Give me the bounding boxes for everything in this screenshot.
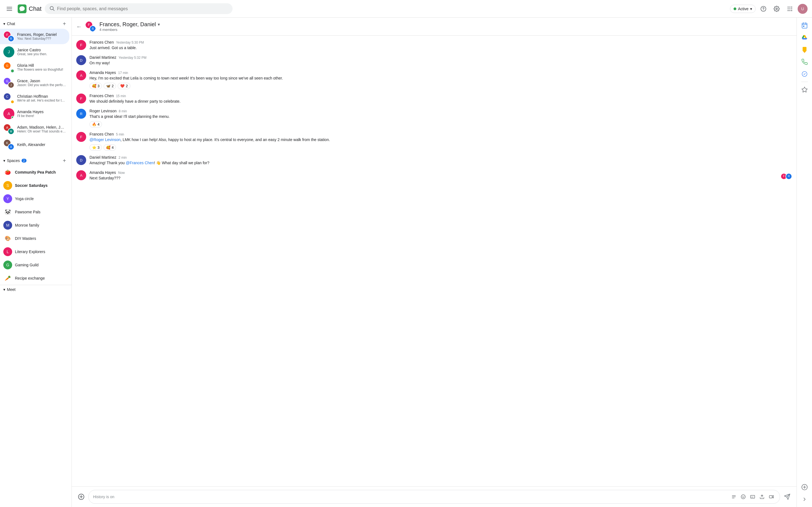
tasks-icon-btn[interactable]	[799, 68, 810, 79]
reaction-heart[interactable]: ❤️ 2	[118, 83, 130, 89]
app-title: Chat	[29, 5, 41, 12]
text-format-button[interactable]	[730, 493, 738, 501]
msg-sender: Frances Chen	[90, 132, 114, 136]
chat-name: Frances, Roger, Daniel	[17, 32, 66, 37]
space-item-literary-explorers[interactable]: L Literary Explorers	[0, 245, 69, 258]
apps-button[interactable]	[784, 3, 796, 14]
chat-item-frances-roger-daniel[interactable]: F R Frances, Roger, Daniel You: Next Sat…	[0, 29, 69, 44]
space-item-gaming-guild[interactable]: G Gaming Guild	[0, 258, 69, 272]
user-avatar[interactable]: U	[798, 4, 808, 14]
back-button[interactable]: ←	[76, 23, 82, 30]
chat-item-adam-madison-helen-jeffrey[interactable]: A M Adam, Madison, Helen, Jeffrey Helen:…	[0, 121, 69, 137]
space-name: Literary Explorers	[15, 249, 45, 254]
search-input[interactable]	[57, 6, 228, 11]
chat-item-amanda-hayes[interactable]: A Amanda Hayes I'll be there!	[0, 106, 69, 121]
right-sidebar	[797, 18, 812, 507]
msg-sender: Frances Chen	[90, 40, 114, 45]
reaction-fire[interactable]: 🔥 4	[90, 121, 102, 127]
add-app-btn-wrapper	[799, 482, 810, 505]
star-icon-btn[interactable]	[799, 84, 810, 95]
space-name: Soccer Saturdays	[15, 183, 48, 188]
hamburger-menu[interactable]	[4, 5, 14, 13]
space-item-pawsome-pals[interactable]: 🐼 Pawsome Pals	[0, 205, 69, 219]
space-name: Community Pea Patch	[15, 170, 56, 174]
chat-info: Keith, Alexander	[17, 143, 66, 147]
calendar-icon-btn[interactable]	[799, 20, 810, 31]
chat-header-avatar: F R	[85, 21, 96, 32]
space-item-recipe-exchange[interactable]: 🥕 Recipe exchange	[0, 272, 69, 285]
spaces-section-title: ▾ Spaces 2	[3, 158, 27, 163]
msg-text: @Roger Levinson, LMK how I can help! Als…	[90, 137, 792, 143]
message-input-box[interactable]: History is on GIF	[88, 490, 780, 504]
help-button[interactable]	[758, 3, 769, 14]
video-button[interactable]	[767, 493, 775, 501]
reaction-hug2[interactable]: 🥰 4	[104, 144, 116, 151]
space-name: Gaming Guild	[15, 263, 39, 267]
chat-chevron: ▾	[3, 21, 5, 26]
svg-point-12	[790, 10, 791, 11]
sidebar: ▾ Chat + F R Frances, Roger, Daniel You:…	[0, 18, 72, 507]
receipt-av2: R	[785, 173, 792, 180]
chat-name: Amanda Hayes	[17, 110, 66, 114]
expand-button[interactable]	[799, 494, 810, 505]
chat-section-label: Chat	[7, 21, 15, 26]
search-wrapper[interactable]	[45, 3, 233, 14]
msg-content: Amanda Hayes 17 min Hey, I'm so excited …	[90, 70, 792, 89]
send-button[interactable]	[782, 492, 792, 502]
add-app-button[interactable]	[799, 482, 810, 493]
add-space-button[interactable]: +	[60, 157, 68, 165]
space-item-monroe-family[interactable]: M Monroe family	[0, 219, 69, 232]
chat-item-janice-castro[interactable]: J Janice Castro Great, see you then.	[0, 44, 69, 60]
msg-time: 5 min	[116, 132, 124, 136]
reaction-star[interactable]: ⭐ 3	[90, 144, 102, 151]
message-4: F Frances Chen 15 min We should definite…	[76, 94, 792, 104]
msg-time: 8 min	[119, 109, 127, 113]
chat-item-keith-alexander[interactable]: K A Keith, Alexander	[0, 137, 69, 152]
reaction-hug[interactable]: 🥰 3	[90, 83, 102, 89]
message-5: R Roger Levinson 8 min That's a great id…	[76, 109, 792, 127]
gif-button[interactable]: GIF	[749, 493, 757, 501]
settings-button[interactable]	[771, 3, 782, 14]
chat-section-header[interactable]: ▾ Chat +	[0, 18, 71, 29]
msg-sender: Frances Chen	[90, 94, 114, 98]
space-item-soccer-saturdays[interactable]: S Soccer Saturdays	[0, 179, 69, 192]
emoji-button[interactable]	[740, 493, 747, 501]
drive-icon-btn[interactable]	[799, 32, 810, 43]
upload-button[interactable]	[758, 493, 766, 501]
avatar1: C	[3, 93, 11, 101]
chat-item-christian-hoffman[interactable]: C Christian Hoffman We're all set. He's …	[0, 91, 69, 106]
keep-icon-btn[interactable]	[799, 44, 810, 55]
space-item-community-pea-patch[interactable]: 🍅 Community Pea Patch	[0, 166, 69, 179]
msg-header: Amanda Hayes Now	[90, 170, 125, 175]
avatar1: G	[3, 62, 11, 69]
add-content-button[interactable]	[76, 492, 86, 502]
msg-header: Frances Chen Yesterday 5:30 PM	[90, 40, 792, 45]
svg-point-9	[790, 8, 791, 9]
space-item-diy-masters[interactable]: 🎨 DIY Masters	[0, 232, 69, 245]
multi-avatar-grace: G J	[3, 77, 14, 88]
space-item-yoga-circle[interactable]: Y Yoga circle	[0, 192, 69, 205]
msg-text: Just arrived. Got us a table.	[90, 45, 792, 51]
meet-title[interactable]: ▾ Meet	[3, 287, 68, 292]
chat-preview: Great, see you then.	[17, 52, 66, 56]
chat-item-gloria-hill[interactable]: G Gloria Hill The flowers were so though…	[0, 60, 69, 75]
chat-header-members: 4 members	[99, 27, 792, 32]
chat-header-name[interactable]: Frances, Roger, Daniel ▾	[99, 21, 792, 27]
spaces-section-header[interactable]: ▾ Spaces 2 +	[0, 155, 71, 166]
reaction-butterfly[interactable]: 🦋 2	[104, 83, 116, 89]
msg-sender: Amanda Hayes	[90, 170, 116, 175]
svg-point-17	[741, 495, 746, 499]
meet-section[interactable]: ▾ Meet	[0, 285, 71, 294]
app-container: Chat Active ▾	[0, 0, 812, 507]
mention-frances[interactable]: @Frances Chen	[126, 161, 154, 165]
phone-icon-btn[interactable]	[799, 56, 810, 67]
add-chat-button[interactable]: +	[60, 20, 68, 27]
msg-content: Frances Chen 15 min We should definitely…	[90, 94, 792, 104]
chat-area: ← F R Frances, Roger, Daniel ▾ 4 members	[72, 18, 797, 507]
spaces-chevron: ▾	[3, 158, 5, 163]
active-status-btn[interactable]: Active ▾	[730, 5, 756, 13]
mention-roger[interactable]: @Roger Levinson	[90, 137, 120, 142]
chat-item-grace-jason[interactable]: G J Grace, Jason Jason: Did you watch th…	[0, 75, 69, 91]
space-letter-literary: L	[3, 247, 12, 256]
chat-input-area: History is on GIF	[72, 486, 797, 507]
